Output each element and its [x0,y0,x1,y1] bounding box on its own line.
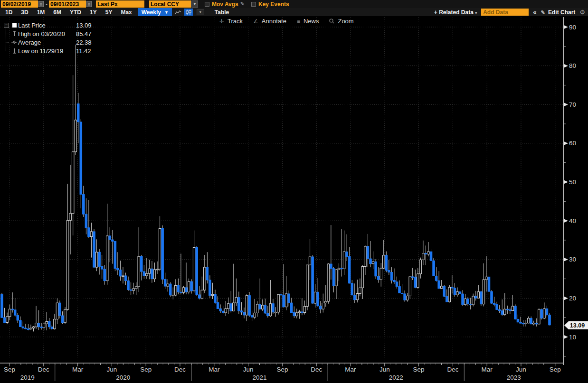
chart-plot[interactable]: 102030405060708090SepDecMarJunSepDecMarJ… [0,0,588,383]
svg-text:30: 30 [569,256,576,263]
related-data-button[interactable]: + Related Data ▾ [434,9,477,16]
high-marker-icon [12,31,17,37]
svg-text:Sep: Sep [276,366,288,373]
range-tab-3d[interactable]: 3D [17,9,32,16]
svg-text:Dec: Dec [38,366,49,373]
date-from-input[interactable]: 09/02/2019 [1,0,38,8]
mov-avgs-checkbox[interactable] [205,2,209,7]
news-lines-icon: ≡ [297,18,300,25]
collapse-panel-button[interactable]: « [533,9,536,16]
mov-avgs-label[interactable]: Mov Avgs [212,1,238,8]
legend-row-average[interactable]: Average 22.38 [3,38,105,47]
average-marker-icon [11,40,17,44]
legend-row-last-price[interactable]: Last Price 13.09 [3,21,105,29]
legend-row-high[interactable]: High on 03/20/20 85.47 [3,29,105,38]
toolbar-row-1: 09/02/2019 - 09/01/2023 Last Px Local CC… [0,0,588,8]
news-button[interactable]: ≡ News [297,18,319,25]
zoom-button[interactable]: Zoom [329,18,353,25]
svg-text:80: 80 [569,62,576,69]
svg-text:Mar: Mar [72,366,84,373]
last-price-swatch [12,23,17,28]
period-dropdown[interactable]: Weekly ▼ [138,8,172,16]
svg-text:50: 50 [569,178,576,186]
svg-text:40: 40 [569,217,576,224]
range-tab-1d[interactable]: 1D [1,9,17,16]
svg-text:70: 70 [569,101,576,108]
svg-text:Dec: Dec [447,366,458,373]
svg-text:Sep: Sep [140,366,152,373]
candle-chart-type-button[interactable] [184,9,193,16]
svg-text:Mar: Mar [482,366,493,373]
last-price-axis-tag: 13.09 [564,321,588,329]
svg-text:Jun: Jun [516,366,526,373]
svg-text:Mar: Mar [345,366,356,373]
svg-text:2023: 2023 [507,374,521,381]
range-tab-max[interactable]: Max [116,9,136,16]
currency-field[interactable]: Local CCY [149,0,191,8]
svg-text:2022: 2022 [389,374,403,381]
date-to-input[interactable]: 09/01/2023 [49,0,86,8]
bloomberg-chart-window: { "toolbar": { "date_from": "09/02/2019"… [0,0,588,383]
edit-chart-button[interactable]: ✎ Edit Chart [541,9,575,16]
calendar-icon[interactable] [38,1,44,7]
line-chart-type-button[interactable] [174,9,182,16]
range-tab-1y[interactable]: 1Y [85,9,101,16]
svg-text:Sep: Sep [413,366,425,373]
table-button[interactable]: Table [215,9,229,16]
svg-text:20: 20 [569,295,576,302]
range-tab-ytd[interactable]: YTD [66,9,85,16]
mov-avgs-pencil-icon[interactable]: ✎ [240,1,245,7]
track-crosshair-icon: ✛ [219,18,224,25]
annotate-icon: ∠ [253,18,258,25]
svg-text:Dec: Dec [174,366,186,373]
pencil-icon: ✎ [541,9,545,15]
line-chart-icon [175,10,181,15]
legend-row-low[interactable]: Low on 11/29/19 11.42 [3,47,105,55]
candlestick-icon [186,9,191,15]
svg-text:Sep: Sep [4,366,15,373]
caret-down-icon: ▼ [164,10,169,15]
settings-gear-icon[interactable]: ⚙ [579,9,585,16]
date-range-dash: - [46,1,47,8]
chart-type-more-caret[interactable]: ▾ [197,9,204,15]
svg-text:90: 90 [569,24,576,31]
magnifier-icon [329,19,334,24]
range-tabs: 1D3D1M6MYTD1Y5YMax [1,9,136,16]
security-field[interactable]: Last Px [96,0,144,8]
caret-small-icon: ▾ [475,11,477,15]
svg-text:10: 10 [569,334,576,341]
add-data-input[interactable]: Add Data [481,9,529,16]
currency-dropdown-caret-icon[interactable]: ▼ [191,0,198,8]
range-tab-6m[interactable]: 6M [49,9,66,16]
track-button[interactable]: ✛ Track [219,18,243,25]
svg-text:Jun: Jun [243,366,254,373]
chart-toolbar: ✛ Track ∠ Annotate ≡ News Zoom [219,18,360,25]
range-tab-5y[interactable]: 5Y [101,9,117,16]
range-tab-1m[interactable]: 1M [33,9,49,16]
period-label: Weekly [142,9,161,16]
svg-text:60: 60 [569,140,576,147]
low-marker-icon [12,48,17,54]
svg-text:2019: 2019 [20,374,35,381]
annotate-button[interactable]: ∠ Annotate [253,18,286,25]
toolbar-right-cluster: + Related Data ▾ Add Data « ✎ Edit Chart… [434,9,588,16]
key-events-label[interactable]: Key Events [258,1,289,8]
chart-legend: − Last Price 13.09 High on 03/20/20 85.4… [3,21,105,55]
svg-text:Jun: Jun [107,366,117,373]
svg-text:Mar: Mar [209,366,220,373]
svg-text:2020: 2020 [116,374,130,381]
svg-text:Dec: Dec [311,366,322,373]
svg-text:Jun: Jun [379,366,390,373]
calendar-icon[interactable] [86,1,92,7]
svg-text:Sep: Sep [550,366,561,373]
toolbar-row-2: 1D3D1M6MYTD1Y5YMax Weekly ▼ ▾ Table + Re… [0,8,588,17]
key-events-checkbox[interactable] [251,2,256,7]
svg-text:2021: 2021 [253,374,267,381]
